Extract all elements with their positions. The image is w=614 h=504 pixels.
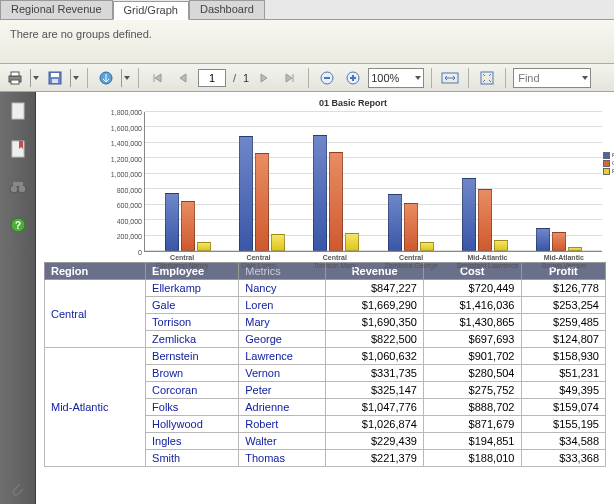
chart-x-label: CentralTorrison Mary bbox=[297, 252, 373, 269]
export-icon bbox=[98, 70, 114, 86]
chart-x-axis: CentralEllerkamp NancyCentralGale LorenC… bbox=[144, 252, 602, 269]
cell-cost: $275,752 bbox=[423, 382, 521, 399]
cell-employee-first[interactable]: Thomas bbox=[239, 450, 326, 467]
cell-employee-last[interactable]: Gale bbox=[146, 297, 239, 314]
binoculars-icon bbox=[9, 180, 27, 194]
chart-bar bbox=[181, 201, 195, 251]
content-area: ? 01 Basic Report 0200,000400,000600,000… bbox=[0, 92, 614, 504]
cell-employee-first[interactable]: Nancy bbox=[239, 280, 326, 297]
chart-x-label: Mid-AtlanticBernstein Lawrence bbox=[449, 252, 525, 269]
chart-bar bbox=[420, 242, 434, 251]
cell-cost: $901,702 bbox=[423, 348, 521, 365]
cell-profit: $51,231 bbox=[521, 365, 606, 382]
tab-dashboard[interactable]: Dashboard bbox=[189, 0, 265, 19]
cell-employee-last[interactable]: Bernstein bbox=[146, 348, 239, 365]
chart-x-label: Mid-AtlanticBrown Vernon bbox=[526, 252, 602, 269]
cell-revenue: $221,379 bbox=[326, 450, 424, 467]
cell-cost: $720,449 bbox=[423, 280, 521, 297]
col-region[interactable]: Region bbox=[45, 263, 146, 280]
sidebar-page-icon[interactable] bbox=[7, 100, 29, 122]
page-icon bbox=[10, 102, 26, 120]
zoom-select[interactable]: 100% bbox=[368, 68, 424, 88]
chart-x-label: CentralZemlicka George bbox=[373, 252, 449, 269]
cell-employee-first[interactable]: Vernon bbox=[239, 365, 326, 382]
cell-employee-first[interactable]: Peter bbox=[239, 382, 326, 399]
prev-page-button[interactable] bbox=[172, 67, 194, 89]
page-number-input[interactable] bbox=[198, 69, 226, 87]
chart-bar bbox=[239, 136, 253, 251]
attachment-button[interactable] bbox=[6, 478, 28, 500]
cell-revenue: $1,690,350 bbox=[326, 314, 424, 331]
separator bbox=[468, 68, 469, 88]
next-page-button[interactable] bbox=[253, 67, 275, 89]
cell-profit: $124,807 bbox=[521, 331, 606, 348]
chart: 01 Basic Report 0200,000400,000600,00080… bbox=[104, 94, 602, 256]
zoom-value: 100% bbox=[371, 72, 399, 84]
cell-profit: $253,254 bbox=[521, 297, 606, 314]
chart-x-label: CentralEllerkamp Nancy bbox=[144, 252, 220, 269]
separator bbox=[505, 68, 506, 88]
sidebar-binoculars-icon[interactable] bbox=[7, 176, 29, 198]
next-page-icon bbox=[258, 71, 270, 85]
chart-bar bbox=[462, 178, 476, 251]
save-button[interactable] bbox=[44, 67, 66, 89]
cell-employee-last[interactable]: Corcoran bbox=[146, 382, 239, 399]
tab-grid-graph[interactable]: Grid/Graph bbox=[113, 1, 189, 20]
cell-profit: $158,930 bbox=[521, 348, 606, 365]
cell-employee-first[interactable]: Adrienne bbox=[239, 399, 326, 416]
cell-profit: $49,395 bbox=[521, 382, 606, 399]
cell-employee-last[interactable]: Ellerkamp bbox=[146, 280, 239, 297]
fit-page-button[interactable] bbox=[476, 67, 498, 89]
svg-rect-14 bbox=[12, 103, 24, 119]
cell-region[interactable]: Central bbox=[45, 280, 146, 348]
cell-region[interactable]: Mid-Atlantic bbox=[45, 348, 146, 467]
cell-cost: $1,416,036 bbox=[423, 297, 521, 314]
cell-employee-first[interactable]: Loren bbox=[239, 297, 326, 314]
chart-bar bbox=[271, 234, 285, 251]
cell-employee-first[interactable]: Walter bbox=[239, 433, 326, 450]
save-dropdown[interactable] bbox=[70, 69, 80, 87]
find-select[interactable]: Find bbox=[513, 68, 591, 88]
sidebar-help-icon[interactable]: ? bbox=[7, 214, 29, 236]
export-button[interactable] bbox=[95, 67, 117, 89]
fit-width-button[interactable] bbox=[439, 67, 461, 89]
report-viewer[interactable]: 01 Basic Report 0200,000400,000600,00080… bbox=[36, 92, 614, 504]
zoom-out-button[interactable] bbox=[316, 67, 338, 89]
chart-bar bbox=[404, 203, 418, 251]
chart-bar bbox=[536, 228, 550, 251]
chart-bar bbox=[197, 242, 211, 251]
fit-page-icon bbox=[479, 70, 495, 86]
data-table: Region Employee Metrics Revenue Cost Pro… bbox=[44, 262, 606, 467]
sidebar-bookmark-icon[interactable] bbox=[7, 138, 29, 160]
cell-employee-last[interactable]: Zemlicka bbox=[146, 331, 239, 348]
print-dropdown[interactable] bbox=[30, 69, 40, 87]
svg-rect-13 bbox=[481, 72, 493, 84]
last-page-icon bbox=[283, 71, 297, 85]
cell-profit: $126,778 bbox=[521, 280, 606, 297]
cell-employee-last[interactable]: Smith bbox=[146, 450, 239, 467]
chart-y-axis: 0200,000400,000600,000800,0001,000,0001,… bbox=[104, 112, 144, 252]
cell-revenue: $847,227 bbox=[326, 280, 424, 297]
export-dropdown[interactable] bbox=[121, 69, 131, 87]
chart-x-label: CentralGale Loren bbox=[220, 252, 296, 269]
cell-revenue: $331,735 bbox=[326, 365, 424, 382]
cell-employee-first[interactable]: Robert bbox=[239, 416, 326, 433]
chart-bar bbox=[568, 247, 582, 251]
cell-employee-last[interactable]: Brown bbox=[146, 365, 239, 382]
cell-revenue: $1,060,632 bbox=[326, 348, 424, 365]
last-page-button[interactable] bbox=[279, 67, 301, 89]
page-total: 1 bbox=[243, 72, 249, 84]
tab-regional-revenue[interactable]: Regional Revenue bbox=[0, 0, 113, 19]
first-page-button[interactable] bbox=[146, 67, 168, 89]
cell-employee-first[interactable]: George bbox=[239, 331, 326, 348]
print-button[interactable] bbox=[4, 67, 26, 89]
cell-employee-last[interactable]: Ingles bbox=[146, 433, 239, 450]
chart-bar bbox=[388, 194, 402, 251]
cell-employee-last[interactable]: Torrison bbox=[146, 314, 239, 331]
zoom-in-button[interactable] bbox=[342, 67, 364, 89]
cell-employee-last[interactable]: Folks bbox=[146, 399, 239, 416]
chart-title: 01 Basic Report bbox=[104, 94, 602, 112]
cell-employee-first[interactable]: Lawrence bbox=[239, 348, 326, 365]
cell-employee-first[interactable]: Mary bbox=[239, 314, 326, 331]
cell-employee-last[interactable]: Hollywood bbox=[146, 416, 239, 433]
